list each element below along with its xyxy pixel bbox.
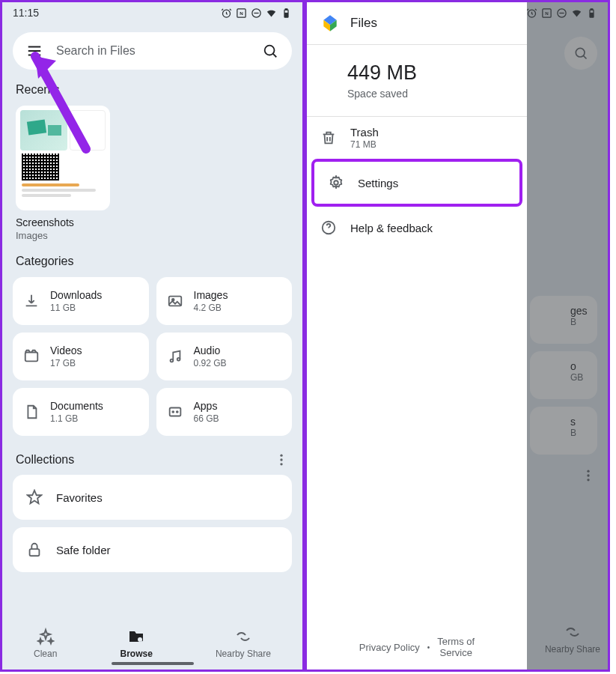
category-documents[interactable]: Documents1.1 GB — [13, 388, 149, 436]
files-logo-icon — [320, 13, 340, 33]
svg-text:N: N — [240, 10, 243, 16]
navigation-drawer: Files 449 MB Space saved Trash 71 MB Set… — [307, 2, 527, 670]
status-bar: 11:15 N — [2, 2, 302, 23]
svg-point-11 — [170, 359, 173, 362]
recents-title: Recents — [16, 83, 289, 97]
svg-point-7 — [265, 46, 275, 55]
nfc-icon: N — [236, 7, 247, 19]
category-apps[interactable]: Apps66 GB — [156, 388, 293, 436]
svg-point-17 — [280, 458, 282, 461]
collection-safe-folder[interactable]: Safe folder — [13, 527, 292, 572]
apps-icon — [167, 404, 183, 420]
document-icon — [23, 404, 40, 420]
svg-point-14 — [172, 411, 174, 413]
phone-left: 11:15 N Search in Files Recents Screensh… — [0, 0, 305, 672]
drawer-trash[interactable]: Trash 71 MB — [307, 117, 527, 159]
svg-point-12 — [177, 358, 180, 361]
phone-right: 11:15 N ges B o GB s B Nearby S — [305, 0, 610, 672]
nearby-icon — [234, 628, 252, 646]
wifi-icon — [266, 7, 277, 19]
drawer-header: Files — [307, 2, 527, 44]
space-saved-block: 449 MB Space saved — [307, 45, 527, 116]
nav-browse[interactable]: Browse — [120, 628, 152, 659]
alarm-icon — [221, 7, 232, 19]
category-audio[interactable]: Audio0.92 GB — [156, 333, 293, 380]
lock-icon — [26, 541, 43, 558]
trash-icon — [320, 130, 337, 146]
battery-icon — [281, 7, 292, 19]
status-icons: N — [221, 7, 292, 19]
more-icon[interactable] — [274, 452, 289, 467]
browse-icon — [127, 628, 145, 646]
svg-rect-10 — [25, 353, 38, 362]
category-images[interactable]: Images4.2 GB — [156, 277, 293, 325]
svg-rect-13 — [169, 408, 180, 416]
settings-highlight: Settings — [311, 159, 522, 207]
category-videos[interactable]: Videos17 GB — [13, 333, 149, 380]
recent-item-type: Images — [16, 230, 289, 241]
audio-icon — [167, 348, 183, 365]
menu-icon[interactable] — [26, 43, 43, 59]
video-icon — [23, 348, 40, 365]
help-icon — [320, 219, 337, 236]
svg-point-32 — [334, 180, 338, 185]
sparkle-icon — [37, 628, 55, 646]
svg-rect-5 — [285, 8, 287, 9]
dnd-icon — [251, 7, 262, 19]
search-bar[interactable]: Search in Files — [13, 32, 292, 70]
nav-nearby-share[interactable]: Nearby Share — [216, 628, 271, 659]
drawer-footer: Privacy Policy • Terms of Service — [307, 636, 527, 659]
svg-point-18 — [280, 463, 282, 465]
recent-thumbnail[interactable] — [16, 106, 110, 210]
image-icon — [167, 293, 183, 309]
search-icon[interactable] — [262, 43, 278, 59]
category-downloads[interactable]: Downloads11 GB — [13, 277, 149, 325]
bottom-nav: Clean Browse Nearby Share — [2, 614, 302, 670]
collections-title: Collections — [16, 453, 74, 467]
svg-point-15 — [176, 411, 177, 413]
space-saved-value: 449 MB — [347, 61, 527, 85]
status-time: 11:15 — [13, 7, 39, 19]
recent-item-name: Screenshots — [16, 216, 289, 228]
terms-link[interactable]: Terms of Service — [437, 636, 475, 659]
privacy-link[interactable]: Privacy Policy — [359, 642, 420, 653]
nav-clean[interactable]: Clean — [34, 628, 57, 659]
svg-point-16 — [280, 455, 282, 457]
drawer-app-title: Files — [350, 16, 377, 31]
collection-favorites[interactable]: Favorites — [13, 475, 292, 520]
star-icon — [26, 489, 43, 506]
svg-rect-6 — [285, 13, 288, 16]
gear-icon — [328, 174, 344, 191]
drawer-help[interactable]: Help & feedback — [307, 207, 527, 249]
search-placeholder: Search in Files — [56, 44, 248, 58]
svg-rect-19 — [30, 549, 40, 556]
space-saved-label: Space saved — [347, 88, 527, 100]
drawer-settings[interactable]: Settings — [314, 162, 519, 204]
categories-title: Categories — [16, 255, 289, 268]
gesture-handle[interactable] — [112, 662, 194, 665]
download-icon — [23, 293, 40, 309]
